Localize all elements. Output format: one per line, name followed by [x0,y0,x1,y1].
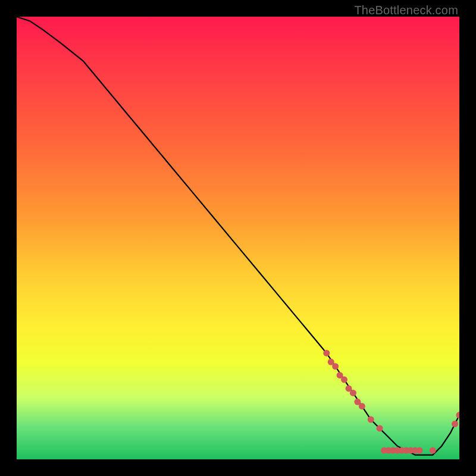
chart-svg [17,17,459,459]
bottleneck-curve [17,17,459,455]
plot-area [17,17,459,459]
data-point [377,425,383,431]
data-markers [323,350,459,454]
data-point [350,390,356,396]
data-point [416,447,423,454]
data-point [452,421,458,427]
data-point [368,416,374,423]
data-point [359,403,365,409]
data-point [430,447,436,454]
data-point [332,363,339,369]
chart-frame: TheBottleneck.com [0,0,476,476]
data-point [456,412,460,418]
watermark-text: TheBottleneck.com [354,4,458,17]
data-point [341,377,347,383]
data-point [323,350,330,356]
